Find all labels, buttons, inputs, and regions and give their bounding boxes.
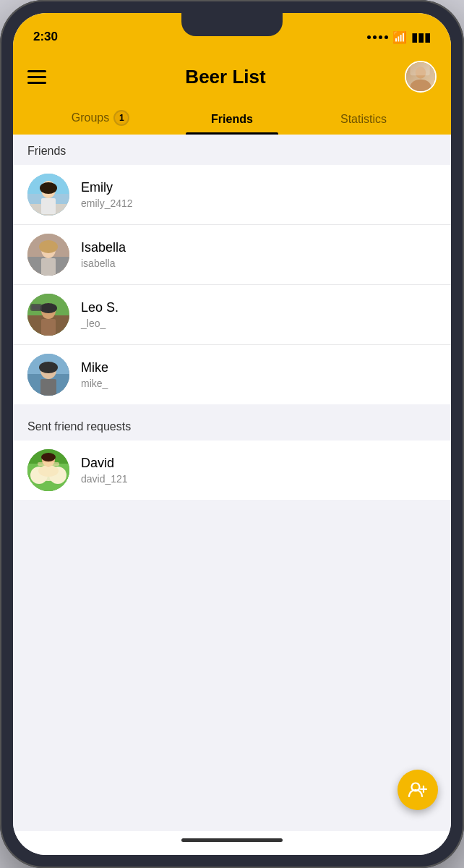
mike-avatar — [27, 354, 69, 396]
david-name: David — [81, 456, 128, 471]
menu-button[interactable] — [27, 70, 46, 84]
list-item[interactable]: Emily emily_2412 — [13, 165, 451, 225]
add-person-icon — [408, 782, 427, 798]
svg-point-1 — [410, 80, 431, 93]
svg-rect-20 — [41, 319, 56, 336]
leo-name: Leo S. — [81, 300, 119, 315]
svg-point-12 — [39, 240, 58, 253]
svg-rect-13 — [41, 258, 56, 276]
david-username: david_121 — [81, 473, 128, 485]
list-item[interactable]: Isabella isabella — [13, 225, 451, 285]
home-indicator — [13, 831, 451, 855]
svg-rect-25 — [40, 379, 56, 396]
tab-groups-label: Groups — [72, 111, 109, 124]
add-friend-button[interactable] — [398, 770, 438, 810]
svg-rect-19 — [32, 305, 40, 310]
emily-info: Emily emily_2412 — [81, 180, 133, 209]
sent-requests-section-header: Sent friend requests — [13, 410, 451, 441]
emily-avatar — [27, 174, 69, 216]
list-item[interactable]: Leo S. _leo_ — [13, 285, 451, 345]
list-item[interactable]: Mike mike_ — [13, 345, 451, 404]
emily-name: Emily — [81, 180, 133, 195]
mike-username: mike_ — [81, 378, 108, 389]
svg-point-7 — [40, 182, 57, 194]
isabella-avatar — [27, 234, 69, 276]
isabella-info: Isabella isabella — [81, 240, 126, 269]
david-info: David david_121 — [81, 456, 128, 485]
emily-username: emily_2412 — [81, 197, 133, 209]
wifi-icon: 📶 — [392, 30, 407, 44]
app-title: Beer List — [185, 66, 265, 88]
tab-friends-label: Friends — [211, 113, 253, 126]
status-icons: 📶 ▮▮▮ — [367, 30, 431, 44]
leo-username: _leo_ — [81, 318, 119, 329]
tab-friends[interactable]: Friends — [166, 106, 298, 135]
content-area: Friends — [13, 135, 451, 831]
battery-icon: ▮▮▮ — [411, 30, 431, 44]
tab-statistics[interactable]: Statistics — [298, 106, 429, 135]
friends-list: Emily emily_2412 — [13, 165, 451, 404]
svg-point-31 — [38, 465, 59, 477]
leo-avatar — [27, 294, 69, 336]
friends-section-header: Friends — [13, 135, 451, 165]
mike-info: Mike mike_ — [81, 360, 108, 389]
mike-name: Mike — [81, 360, 108, 375]
tab-statistics-label: Statistics — [340, 113, 387, 126]
sent-requests-list: David david_121 — [13, 441, 451, 500]
signal-icon — [367, 35, 388, 39]
isabella-username: isabella — [81, 258, 126, 269]
groups-badge: 1 — [113, 110, 129, 126]
svg-rect-8 — [41, 198, 56, 214]
status-time: 2:30 — [33, 30, 58, 44]
tabs-bar: Groups 1 Friends Statistics — [27, 103, 437, 135]
svg-rect-34 — [38, 462, 59, 466]
leo-info: Leo S. _leo_ — [81, 300, 119, 329]
header: Beer List Groups 1 — [13, 51, 451, 135]
tab-groups[interactable]: Groups 1 — [35, 103, 166, 135]
profile-avatar[interactable] — [405, 61, 437, 93]
svg-point-33 — [41, 453, 56, 461]
home-bar — [181, 838, 283, 842]
list-item[interactable]: David david_121 — [13, 441, 451, 500]
svg-point-17 — [40, 303, 57, 313]
david-avatar — [27, 449, 69, 491]
svg-rect-2 — [410, 62, 429, 75]
isabella-name: Isabella — [81, 240, 126, 255]
svg-point-24 — [39, 362, 58, 373]
